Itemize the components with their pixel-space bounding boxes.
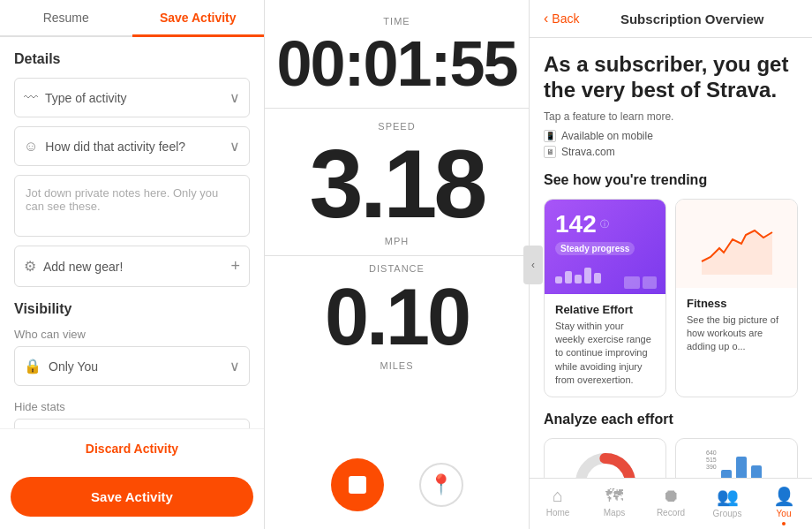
left-content: Details 〰 Type of activity ∨ ☺ How did t… <box>0 37 264 428</box>
speed-value: 3.18 <box>309 135 484 232</box>
monitor-icon: 🖥 <box>544 146 556 158</box>
web-link-label: Strava.com <box>561 146 615 158</box>
mini-bars <box>555 262 655 283</box>
right-content: As a subscriber, you get the very best o… <box>530 38 812 478</box>
bar-3 <box>575 275 582 283</box>
bar-chart-card[interactable]: 640 515 390 <box>675 438 798 478</box>
effort-number: 142 <box>555 210 597 238</box>
effort-title: Analyze each effort <box>544 412 798 427</box>
time-value: 00:01:55 <box>276 32 516 95</box>
stop-icon <box>349 476 366 494</box>
bar-1 <box>555 276 562 283</box>
donut-chart-card[interactable]: 68.9% <box>544 438 666 478</box>
svg-rect-5 <box>721 470 732 478</box>
nav-active-indicator <box>782 522 786 525</box>
svg-marker-0 <box>702 230 772 275</box>
add-gear-row[interactable]: ⚙ Add new gear! + <box>14 246 250 287</box>
nav-you[interactable]: 👤 You <box>756 486 812 525</box>
groups-label: Groups <box>713 509 742 518</box>
speed-unit: MPH <box>385 236 409 246</box>
relative-effort-desc: Stay within your weekly exercise range t… <box>555 320 655 388</box>
svg-rect-6 <box>736 457 747 478</box>
gear-label: Add new gear! <box>43 260 123 274</box>
nav-home[interactable]: ⌂ Home <box>530 486 586 525</box>
donut-svg: 68.9% <box>570 448 641 478</box>
card-top-purple: 142 ⓘ Steady progress <box>545 200 665 294</box>
who-can-view-label: Who can view <box>14 328 250 341</box>
fitness-card[interactable]: Fitness See the big picture of how worko… <box>675 199 798 397</box>
bar-svg: 640 515 390 <box>702 448 772 478</box>
promo-title: As a subscriber, you get the very best o… <box>544 52 798 103</box>
type-of-activity-row[interactable]: 〰 Type of activity ∨ <box>14 78 250 117</box>
screen-icon-2 <box>643 276 657 289</box>
relative-effort-card[interactable]: 142 ⓘ Steady progress <box>544 199 666 397</box>
choose-row[interactable]: 👁 Choose ∨ <box>14 419 250 428</box>
svg-text:390: 390 <box>706 464 717 470</box>
feel-label: How did that activity feel? <box>45 140 185 154</box>
visibility-section: Visibility Who can view 🔒 Only You ∨ <box>14 301 250 386</box>
web-link-row[interactable]: 🖥 Strava.com <box>544 146 798 158</box>
middle-panel: TIME 00:01:55 SPEED 3.18 MPH DISTANCE 0.… <box>265 0 530 529</box>
divider-1 <box>265 108 529 109</box>
effort-section: Analyze each effort 68.9% 640 <box>544 412 798 478</box>
effort-cards: 68.9% 640 515 390 <box>544 438 798 478</box>
maps-label: Maps <box>604 508 625 518</box>
nav-groups[interactable]: 👥 Groups <box>699 486 756 525</box>
effort-badge: ⓘ <box>600 218 609 230</box>
effort-tag: Steady progress <box>555 242 635 255</box>
discard-button[interactable]: Discard Activity <box>0 428 264 468</box>
gear-icon: ⚙ <box>24 258 36 275</box>
trending-cards: 142 ⓘ Steady progress <box>544 199 798 397</box>
only-you-label: Only You <box>49 359 98 374</box>
tabs: Resume Save Activity <box>0 0 264 37</box>
back-label: Back <box>552 11 579 26</box>
nav-maps[interactable]: 🗺 Maps <box>586 486 643 525</box>
relative-effort-title: Relative Effort <box>555 303 655 316</box>
svg-text:640: 640 <box>706 450 717 456</box>
distance-value: 0.10 <box>325 277 469 357</box>
left-panel: Resume Save Activity Details 〰 Type of a… <box>0 0 265 529</box>
lock-icon: 🔒 <box>24 358 41 374</box>
chevron-down-icon-3: ∨ <box>229 358 240 374</box>
back-chevron-icon: ‹ <box>544 11 548 26</box>
details-title: Details <box>14 51 250 67</box>
right-header: ‹ Back Subscription Overview <box>530 0 812 38</box>
maps-icon: 🗺 <box>605 486 623 506</box>
visibility-row[interactable]: 🔒 Only You ∨ <box>14 346 250 386</box>
groups-icon: 👥 <box>717 486 739 507</box>
back-button[interactable]: ‹ Back <box>544 11 579 26</box>
time-label: TIME <box>383 16 410 26</box>
nav-record[interactable]: ⏺ Record <box>643 486 699 525</box>
mobile-link-label: Available on mobile <box>561 130 653 142</box>
svg-text:515: 515 <box>706 457 717 463</box>
hide-stats-section: Hide stats 👁 Choose ∨ <box>14 400 250 428</box>
home-icon: ⌂ <box>553 486 563 506</box>
tab-save-activity[interactable]: Save Activity <box>132 0 265 35</box>
chevron-down-icon-2: ∨ <box>229 138 240 155</box>
location-button[interactable]: 📍 <box>419 463 463 507</box>
fitness-chart-area <box>676 200 797 288</box>
mobile-link-row[interactable]: 📱 Available on mobile <box>544 130 798 142</box>
activity-feel-row[interactable]: ☺ How did that activity feel? ∨ <box>14 126 250 166</box>
notes-textarea[interactable]: Jot down private notes here. Only you ca… <box>14 175 250 237</box>
trending-title: See how you're trending <box>544 172 798 188</box>
collapse-button[interactable]: ‹ <box>523 246 543 284</box>
save-activity-button[interactable]: Save Activity <box>11 477 253 517</box>
trending-section: See how you're trending 142 ⓘ Steady pro… <box>544 172 798 397</box>
activity-type-icon: 〰 <box>24 90 38 106</box>
promo-links: 📱 Available on mobile 🖥 Strava.com <box>544 130 798 158</box>
bar-2 <box>565 271 572 283</box>
bottom-nav: ⌂ Home 🗺 Maps ⏺ Record 👥 Groups 👤 You <box>530 478 812 529</box>
fitness-title: Fitness <box>687 297 786 310</box>
tab-resume[interactable]: Resume <box>0 0 132 35</box>
distance-unit: MILES <box>380 360 413 371</box>
you-label: You <box>777 509 792 518</box>
right-panel-title: Subscription Overview <box>586 11 798 26</box>
record-icon: ⏺ <box>662 486 680 506</box>
plus-icon: + <box>230 257 240 276</box>
bar-5 <box>594 273 601 283</box>
record-label: Record <box>657 508 685 518</box>
hide-stats-label: Hide stats <box>14 400 250 413</box>
stop-button[interactable] <box>331 458 384 511</box>
divider-2 <box>265 255 529 256</box>
